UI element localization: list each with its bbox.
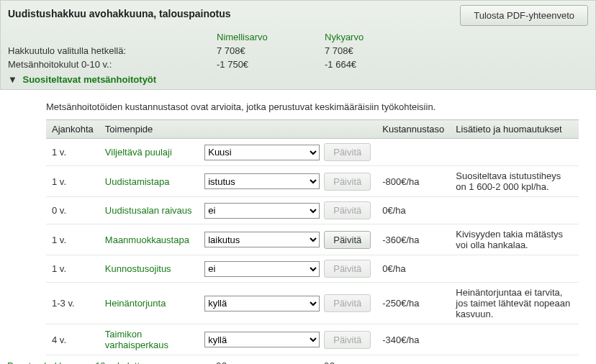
- col-time-header: Ajankohta: [46, 120, 99, 139]
- update-button[interactable]: Päivitä: [324, 231, 371, 249]
- row-note: [450, 324, 579, 355]
- row-cost: -340€/ha: [376, 324, 450, 355]
- forestry-cost-nominal: -1 750€: [217, 58, 325, 71]
- forestry-cost-present: -1 664€: [325, 58, 433, 71]
- update-button: Päivitä: [324, 260, 371, 278]
- row-note: Kivisyyden takia mätästys voi olla hanka…: [450, 224, 579, 255]
- row-select[interactable]: istutus: [204, 173, 320, 189]
- table-row: 1 v.UudistamistapaistutusPäivitä-800€/ha…: [46, 166, 579, 197]
- row-time: 1-3 v.: [46, 283, 99, 324]
- table-row: 1-3 v.HeinäntorjuntakylläPäivitä-250€/ha…: [46, 283, 579, 324]
- col-nominal-header: Nimellisarvo: [217, 30, 325, 44]
- row-select[interactable]: ei: [204, 261, 320, 277]
- col-cost-header: Kustannustaso: [376, 120, 450, 139]
- row-name-link[interactable]: Maanmuokkaustapa: [105, 235, 189, 245]
- row-time: 1 v.: [46, 166, 99, 197]
- update-button: Päivitä: [324, 331, 371, 349]
- update-button: Päivitä: [324, 201, 371, 219]
- row-cost: 0€/ha: [376, 255, 450, 283]
- future-harvest-present: 0€: [324, 358, 432, 364]
- row-cost: -360€/ha: [376, 224, 450, 255]
- row-name-link[interactable]: Uudistusalan raivaus: [105, 205, 192, 216]
- section-toggle-label: Suositeltavat metsänhoitotyöt: [23, 74, 157, 85]
- section-toggle[interactable]: ▼ Suositeltavat metsänhoitotyöt: [8, 71, 588, 86]
- row-time: 1 v.: [46, 224, 99, 255]
- harvest-income-label: Hakkuutulo valitulla hetkellä:: [8, 44, 217, 58]
- recommendations-table: Ajankohta Toimenpide Kustannustaso Lisät…: [46, 119, 579, 355]
- row-select[interactable]: kyllä: [204, 296, 320, 311]
- row-select[interactable]: laikutus: [204, 232, 320, 247]
- print-pdf-button[interactable]: Tulosta PDF-yhteenveto: [460, 5, 588, 26]
- triangle-down-icon: ▼: [8, 74, 17, 85]
- row-cost: -250€/ha: [376, 283, 450, 324]
- row-note: [450, 255, 579, 283]
- col-note-header: Lisätieto ja huomautukset: [450, 120, 579, 139]
- row-select[interactable]: ei: [204, 203, 320, 219]
- harvest-income-present: 7 708€: [325, 44, 433, 58]
- future-harvest-label: Puuston hakkuuarvo 10 v. kuluttua: [7, 358, 216, 364]
- row-name-link[interactable]: Heinäntorjunta: [105, 298, 166, 309]
- row-note: Heinäntorjuntaa ei tarvita, jos taimet l…: [450, 283, 579, 324]
- row-time: 4 v.: [46, 324, 99, 355]
- harvest-income-nominal: 7 708€: [217, 44, 325, 58]
- row-note: Suositeltava istutustiheys on 1 600-2 00…: [450, 166, 579, 197]
- panel-title: Uudistushakkuu avohakkuuna, talouspainot…: [8, 5, 231, 19]
- row-time: 0 v.: [46, 197, 99, 224]
- table-row: 1 v.Viljeltävä puulajiKuusiPäivitä: [46, 139, 579, 166]
- table-row: 4 v.Taimikon varhaisperkauskylläPäivitä-…: [46, 324, 579, 355]
- update-button: Päivitä: [324, 143, 371, 161]
- row-name-link[interactable]: Viljeltävä puulaji: [105, 147, 172, 158]
- row-note: [450, 139, 579, 166]
- section-intro: Metsänhoitotöiden kustannustasot ovat ar…: [46, 97, 590, 119]
- row-cost: -800€/ha: [376, 166, 450, 197]
- row-select[interactable]: Kuusi: [204, 145, 320, 160]
- table-row: 0 v.Uudistusalan raivauseiPäivitä0€/ha: [46, 197, 579, 224]
- table-row: 1 v.KunnostusojituseiPäivitä0€/ha: [46, 255, 579, 283]
- update-button: Päivitä: [324, 294, 371, 312]
- row-name-link[interactable]: Uudistamistapa: [105, 176, 170, 187]
- row-name-link[interactable]: Kunnostusojitus: [105, 263, 171, 274]
- update-button: Päivitä: [324, 173, 371, 191]
- col-present-header: Nykyarvo: [325, 30, 433, 44]
- col-action-header: Toimenpide: [99, 120, 376, 139]
- row-cost: [376, 139, 450, 166]
- forestry-cost-label: Metsänhoitokulut 0-10 v.:: [8, 58, 217, 71]
- row-note: [450, 197, 579, 224]
- table-row: 1 v.MaanmuokkaustapalaikutusPäivitä-360€…: [46, 224, 579, 255]
- row-select[interactable]: kyllä: [204, 332, 320, 347]
- row-name-link[interactable]: Taimikon varhaisperkaus: [105, 329, 168, 350]
- row-cost: 0€/ha: [376, 197, 450, 224]
- row-time: 1 v.: [46, 139, 99, 166]
- future-harvest-nominal: 0€: [216, 358, 324, 364]
- row-time: 1 v.: [46, 255, 99, 283]
